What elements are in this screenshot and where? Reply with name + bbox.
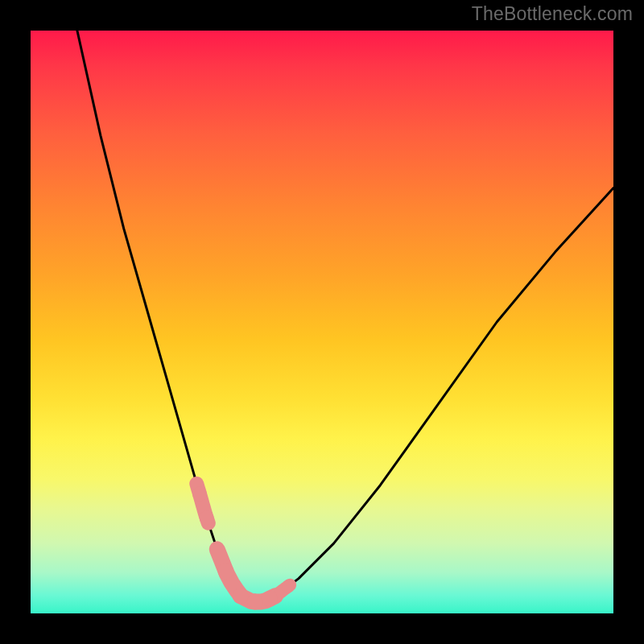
- bottleneck-curve: [77, 31, 613, 602]
- chart-svg: [31, 31, 613, 613]
- bump-knob: [262, 591, 278, 607]
- curve-bumps: [192, 484, 295, 610]
- bump-knob: [247, 594, 263, 610]
- bump-knob: [192, 487, 207, 502]
- bump-knob: [233, 588, 249, 604]
- bump-knob: [218, 564, 234, 580]
- chart-frame: TheBottleneck.com: [0, 0, 644, 644]
- watermark-text: TheBottleneck.com: [472, 3, 633, 25]
- bump-knob: [200, 510, 214, 525]
- bump-knob: [282, 580, 295, 592]
